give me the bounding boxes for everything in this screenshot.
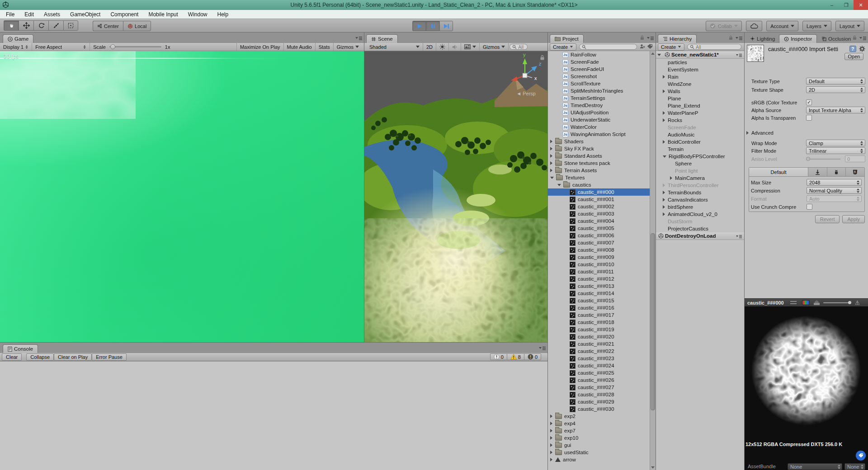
hierarchy-item-row[interactable]: ScreenFade bbox=[656, 124, 744, 131]
hierarchy-item-row[interactable]: CanvasIndicators bbox=[656, 196, 744, 203]
project-item-row[interactable]: exp7 bbox=[548, 427, 650, 434]
dontdestroy-header-row[interactable]: DontDestroyOnLoad bbox=[656, 232, 744, 240]
project-scrollbar[interactable] bbox=[650, 51, 656, 470]
hierarchy-item-row[interactable]: Rain bbox=[656, 73, 744, 80]
hierarchy-item-row[interactable]: DustStorm bbox=[656, 218, 744, 225]
pause-button[interactable] bbox=[426, 21, 439, 31]
scrollbar-thumb[interactable] bbox=[651, 233, 655, 410]
menu-edit[interactable]: Edit bbox=[19, 10, 39, 19]
project-item-row[interactable]: JsWaterColor bbox=[548, 123, 650, 131]
hierarchy-item-row[interactable]: WaterPlaneP bbox=[656, 109, 744, 117]
menu-file[interactable]: File bbox=[1, 10, 19, 19]
project-item-row[interactable]: Standard Assets bbox=[548, 152, 650, 160]
maximize-on-play-toggle[interactable]: Maximize On Play bbox=[236, 43, 284, 51]
scene-lighting-toggle[interactable] bbox=[436, 43, 449, 51]
foldout-right-icon[interactable] bbox=[550, 458, 552, 461]
hierarchy-item-row[interactable]: particles bbox=[656, 59, 744, 66]
cloud-button[interactable] bbox=[746, 21, 762, 31]
tab-game[interactable]: Game bbox=[3, 34, 33, 43]
project-item-row[interactable]: caustic_###019 bbox=[548, 326, 650, 333]
foldout-right-icon[interactable] bbox=[550, 429, 552, 432]
console-error-pause-toggle[interactable]: Error Pause bbox=[92, 353, 127, 361]
search-by-label-icon[interactable] bbox=[647, 44, 653, 50]
foldout-right-icon[interactable] bbox=[663, 198, 665, 202]
project-item-row[interactable]: JsUIAdjustPosition bbox=[548, 109, 650, 116]
project-item-row[interactable]: caustic_###018 bbox=[548, 319, 650, 326]
pivot-center-button[interactable]: Center bbox=[93, 21, 123, 31]
scene-menu-icon[interactable] bbox=[736, 53, 742, 58]
scene-menu-icon[interactable] bbox=[736, 234, 742, 240]
close-button[interactable]: ✕ bbox=[854, 0, 868, 10]
hierarchy-item-row[interactable]: EventSystem bbox=[656, 66, 744, 73]
foldout-right-icon[interactable] bbox=[550, 414, 552, 418]
lock-icon[interactable] bbox=[729, 35, 733, 42]
foldout-right-icon[interactable] bbox=[663, 191, 665, 194]
menu-mobile-input[interactable]: Mobile Input bbox=[143, 10, 183, 19]
project-item-row[interactable]: caustic_###028 bbox=[548, 391, 650, 398]
scene-effects-dropdown[interactable] bbox=[461, 43, 480, 51]
project-item-row[interactable]: JsScreenshot bbox=[548, 73, 650, 80]
scroll-down-arrow[interactable] bbox=[651, 466, 655, 469]
project-item-row[interactable]: caustic_###010 bbox=[548, 261, 650, 268]
foldout-down-icon[interactable] bbox=[557, 184, 561, 186]
project-item-row[interactable]: caustic_###000 bbox=[548, 188, 650, 196]
hierarchy-item-row[interactable]: MainCamera bbox=[656, 174, 744, 182]
stats-toggle[interactable]: Stats bbox=[316, 43, 334, 51]
console-info-filter[interactable]: 0 bbox=[490, 353, 507, 360]
project-item-row[interactable]: exp4 bbox=[548, 420, 650, 427]
lock-icon[interactable] bbox=[640, 35, 644, 42]
hierarchy-item-row[interactable]: Plane bbox=[656, 95, 744, 102]
project-item-row[interactable]: exp10 bbox=[548, 434, 650, 442]
search-by-type-icon[interactable] bbox=[640, 44, 645, 50]
project-item-row[interactable]: JsUnderwaterStatic bbox=[548, 116, 650, 123]
project-item-row[interactable]: Stone textures pack bbox=[548, 160, 650, 167]
menu-component[interactable]: Component bbox=[105, 10, 143, 19]
project-item-row[interactable]: caustic_###016 bbox=[548, 304, 650, 311]
project-item-row[interactable]: JsScreenFadeUI bbox=[548, 66, 650, 73]
hierarchy-item-row[interactable]: RigidBodyFPSController bbox=[656, 153, 744, 160]
project-item-row[interactable]: JsWavingAnimation Script bbox=[548, 131, 650, 138]
alpha-transparent-checkbox[interactable] bbox=[806, 115, 812, 121]
console-clear-button[interactable]: Clear bbox=[2, 353, 22, 361]
foldout-down-icon[interactable] bbox=[550, 177, 554, 179]
menu-gameobject[interactable]: GameObject bbox=[65, 10, 105, 19]
project-item-row[interactable]: caustic_###026 bbox=[548, 376, 650, 384]
standalone-platform-icon[interactable] bbox=[808, 168, 827, 176]
hierarchy-item-row[interactable]: Plane_Extend bbox=[656, 102, 744, 109]
rgb-channels-icon[interactable] bbox=[802, 300, 809, 305]
tab-console[interactable]: Console bbox=[3, 344, 38, 353]
project-item-row[interactable]: Terrain Assets bbox=[548, 167, 650, 174]
project-item-row[interactable]: arrow bbox=[548, 456, 650, 463]
mipmap-icon[interactable] bbox=[814, 300, 820, 305]
project-item-row[interactable]: caustic_###009 bbox=[548, 254, 650, 261]
revert-button[interactable]: Revert bbox=[815, 215, 840, 223]
compression-dropdown[interactable]: Normal Quality bbox=[807, 187, 862, 194]
console-warning-filter[interactable]: 8 bbox=[507, 353, 524, 360]
alpha-source-dropdown[interactable]: Input Texture Alpha bbox=[806, 107, 865, 113]
project-item-row[interactable]: JsRainFollow bbox=[548, 51, 650, 58]
hierarchy-create-dropdown[interactable]: Create bbox=[658, 43, 684, 51]
project-item-row[interactable]: JsScreenFade bbox=[548, 58, 650, 66]
hierarchy-item-row[interactable]: AnimatedCloud_v2_0 bbox=[656, 211, 744, 218]
play-button[interactable] bbox=[412, 21, 426, 31]
project-item-row[interactable]: caustic_###013 bbox=[548, 282, 650, 290]
scene-viewport[interactable]: y z x ◄ Persp bbox=[364, 51, 547, 342]
format-dropdown[interactable]: Auto bbox=[807, 195, 862, 202]
aspect-dropdown[interactable]: Free Aspect bbox=[32, 43, 90, 51]
project-item-row[interactable]: caustic_###023 bbox=[548, 355, 650, 362]
scene-header-row[interactable]: Scene_newStatic1* bbox=[656, 51, 744, 59]
console-error-filter[interactable]: 0 bbox=[524, 353, 541, 360]
wrap-mode-dropdown[interactable]: Clamp bbox=[806, 140, 865, 146]
panel-menu-icon[interactable] bbox=[355, 35, 362, 42]
help-icon[interactable]: ? bbox=[849, 46, 856, 53]
webgl-platform-icon[interactable]: 5 bbox=[846, 168, 864, 176]
project-item-row[interactable]: caustic_###001 bbox=[548, 196, 650, 203]
foldout-down-icon[interactable] bbox=[663, 155, 666, 158]
hierarchy-search-input[interactable]: All bbox=[687, 44, 741, 50]
foldout-right-icon[interactable] bbox=[550, 161, 552, 165]
foldout-down-icon[interactable] bbox=[657, 54, 661, 56]
asset-labels-button[interactable] bbox=[856, 451, 866, 461]
hierarchy-item-row[interactable]: birdSphere bbox=[656, 203, 744, 211]
maximize-button[interactable]: ❐ bbox=[839, 0, 854, 10]
foldout-right-icon[interactable] bbox=[550, 169, 552, 172]
